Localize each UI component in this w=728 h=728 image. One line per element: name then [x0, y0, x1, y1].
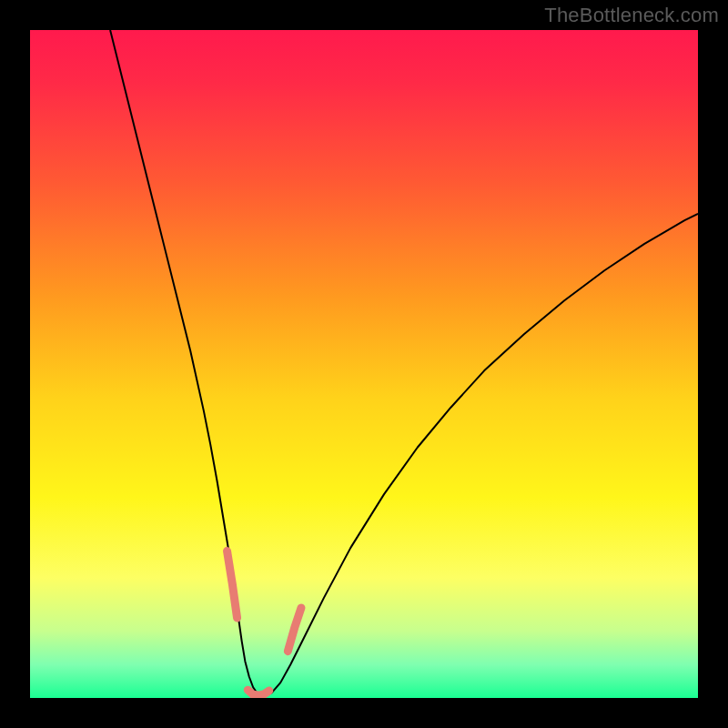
plot-area: [30, 30, 698, 698]
chart-background: [30, 30, 698, 698]
watermark-text: TheBottleneck.com: [544, 4, 719, 27]
chart-svg: [30, 30, 698, 698]
outer-frame: TheBottleneck.com: [0, 0, 728, 728]
